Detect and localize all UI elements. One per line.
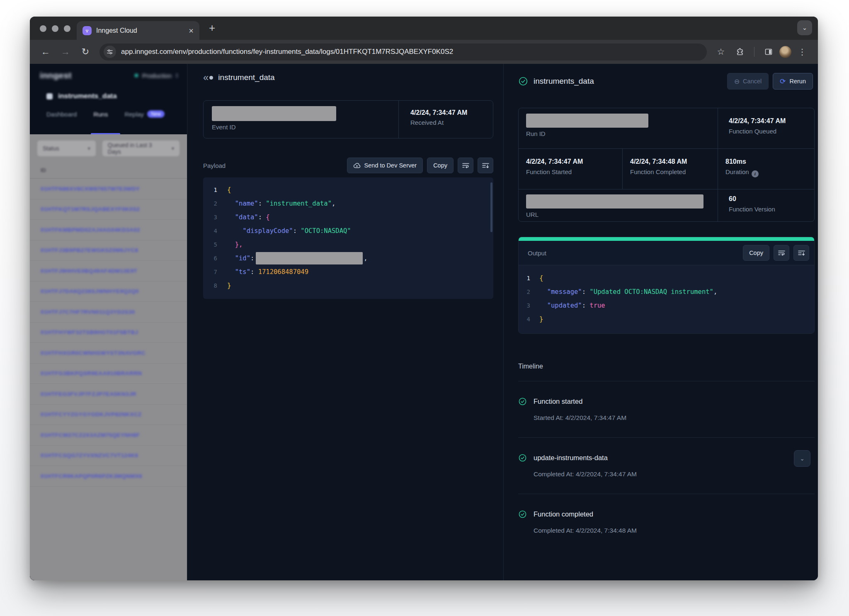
run-id-row[interactable]: 01HTFJ7C7HF7RVN011Q3YD2S30: [30, 302, 187, 323]
run-id-row[interactable]: 01HTFKMBPMD0ZAJ4AG04KD3A02: [30, 220, 187, 240]
run-id-link[interactable]: 01HTFCW27CZ2X3AZM75QEYNH8F: [41, 432, 140, 438]
event-icon: «: [203, 74, 213, 81]
extensions-icon[interactable]: [732, 44, 748, 60]
run-id-link[interactable]: 01HTFCR9KAPQP0R6PZK3MQNMX6: [41, 473, 142, 479]
output-panel: Output Copy 1{2 "message": "Updated OCTO…: [518, 237, 815, 334]
run-id-row[interactable]: 01HTFJ3B9PB27EWGK5Z0M6JYC8: [30, 240, 187, 261]
environment-selector[interactable]: Production ▴▾: [135, 72, 178, 79]
side-panel-icon[interactable]: [760, 44, 777, 60]
timeline-expand-button[interactable]: ⌄: [794, 450, 810, 467]
timeline-item-title: Function started: [534, 398, 582, 405]
inngest-app: inngest Production ▴▾ instruments_data D…: [30, 64, 818, 580]
run-id-row[interactable]: 01HTFCW27CZ2X3AZM75QEYNH8F: [30, 425, 187, 446]
completed-label: Function Completed: [630, 168, 718, 175]
word-wrap-button[interactable]: [774, 245, 789, 261]
cancel-button[interactable]: ⊖ Cancel: [727, 73, 769, 90]
run-id-row[interactable]: 01HTFHYWF32TSB9HGT01F5BTBJ: [30, 323, 187, 343]
bookmark-star-icon[interactable]: ☆: [713, 44, 729, 60]
run-id-link[interactable]: 01HTFCSQG7ZYVXNZVC7VT124K6: [41, 452, 138, 458]
expand-lines-icon: [798, 250, 805, 256]
run-id-row[interactable]: 01HTFEG3FVJP7FZJP7EA5KN3JR: [30, 384, 187, 405]
status-filter[interactable]: Status▾: [37, 141, 96, 156]
line-number: 4: [203, 228, 227, 234]
run-id-row[interactable]: 01HTFJ7DA6Q238SJWNHYE9Q2Q0: [30, 281, 187, 302]
run-id-link[interactable]: 01HTFJ3B9PB27EWGK5Z0M6JYC8: [41, 247, 138, 253]
run-id-row[interactable]: 01HTFHXGR0CWNHSWYST3NAVGRC: [30, 343, 187, 364]
run-id-row[interactable]: 01HTFJ9HHVE0BQ49AF4DM13E9T: [30, 261, 187, 281]
event-panel: « instrument_data Event ID 4/2/24, 7:34:…: [187, 64, 504, 580]
success-check-icon: [518, 510, 527, 519]
forward-button[interactable]: →: [57, 44, 74, 60]
run-id-row[interactable]: 01HTFCYYZGYGYGDKJVP82NKXCZ: [30, 405, 187, 425]
browser-tab[interactable]: Inngest Cloud ×: [77, 21, 199, 40]
run-id-link[interactable]: 01HTFJ7C7HF7RVN011Q3YD2S30: [41, 309, 135, 315]
duration-value: 810ms: [725, 158, 815, 165]
run-id-link[interactable]: 01HTFKMBPMD0ZAJ4AG04KD3A02: [41, 227, 140, 233]
tab-close-icon[interactable]: ×: [189, 27, 194, 35]
reload-button[interactable]: ↻: [77, 44, 94, 60]
run-id-link[interactable]: 01HTFHYWF32TSB9HGT01F5BTBJ: [41, 329, 138, 335]
maximize-window-button[interactable]: [64, 25, 70, 32]
run-id-redacted: [526, 114, 648, 128]
run-id-row[interactable]: 01HTFG3BKPQSR9EAA910BRARRN: [30, 364, 187, 384]
line-number: 5: [203, 241, 227, 248]
code-line: 3 "updated": true: [519, 298, 814, 312]
profile-avatar[interactable]: [779, 46, 791, 58]
line-number: 3: [203, 214, 227, 221]
run-id-link[interactable]: 01HTFCYYZGYGYGDKJVP82NKXCZ: [41, 411, 142, 417]
event-meta-card: Event ID 4/2/24, 7:34:47 AM Received At: [203, 100, 493, 138]
run-id-row[interactable]: 01HTFCR9KAPQP0R6PZK3MQNMX6: [30, 466, 187, 487]
run-id-link[interactable]: 01HTFJ9HHVE0BQ49AF4DM13E9T: [41, 268, 137, 274]
browser-menu-icon[interactable]: ⋮: [794, 44, 810, 60]
rerun-button[interactable]: ⟳ Rerun: [773, 73, 813, 90]
run-id-link[interactable]: 01HTFEG3FVJP7FZJP7EA5KN3JR: [41, 391, 136, 397]
version-value: 60: [729, 195, 815, 203]
close-window-button[interactable]: [40, 25, 46, 32]
run-id-row[interactable]: 01HTFCSQG7ZYVXNZVC7VT124K6: [30, 446, 187, 466]
run-id-row[interactable]: 01HTFKQT1M7RSJQABEXYF0K0S2: [30, 199, 187, 220]
info-icon[interactable]: i: [752, 170, 759, 177]
run-id-link[interactable]: 01HTFG3BKPQSR9EAA910BRARRN: [41, 370, 142, 376]
timeline-item: Function startedStarted At: 4/2/2024, 7:…: [518, 381, 815, 438]
sidebar-tab-dashboard[interactable]: Dashboard: [46, 110, 77, 118]
word-wrap-button[interactable]: [458, 158, 473, 173]
timeline-item-title: update-instruments-data: [534, 454, 608, 462]
new-tab-button[interactable]: +: [209, 22, 215, 33]
run-id-link[interactable]: 01HTFHXGR0CWNHSWYST3NAVGRC: [41, 350, 146, 356]
copy-output-button[interactable]: Copy: [743, 245, 769, 261]
code-scrollbar[interactable]: [490, 182, 492, 232]
line-number: 2: [203, 200, 227, 207]
tab-search-chevron-icon[interactable]: ⌄: [797, 20, 812, 35]
runs-list-region: Status▾ Queued in Last 3 Days▾ ID 01HTFN…: [30, 134, 187, 580]
expand-lines-button[interactable]: [478, 158, 493, 173]
run-id-link[interactable]: 01HTFN86XV8CXW87657W7E3WDY: [41, 186, 140, 192]
minimize-window-button[interactable]: [52, 25, 58, 32]
line-number: 3: [519, 302, 539, 309]
run-id-link[interactable]: 01HTFKQT1M7RSJQABEXYF0K0S2: [41, 206, 140, 212]
success-check-icon: [518, 397, 527, 406]
url-bar[interactable]: app.inngest.com/env/production/functions…: [99, 44, 707, 61]
site-info-icon[interactable]: [104, 46, 116, 58]
line-number: 1: [519, 275, 539, 281]
success-check-icon: [518, 454, 527, 462]
payload-title: Payload: [203, 162, 226, 169]
chevron-down-icon: ▾: [88, 146, 90, 151]
function-tabs: DashboardRunsReplayNew: [30, 100, 187, 118]
run-id-link[interactable]: 01HTFJ7DA6Q238SJWNHYE9Q2Q0: [41, 288, 139, 294]
code-line: 3 "data": {: [203, 210, 493, 224]
run-id-row[interactable]: 01HTFN86XV8CXW87657W7E3WDY: [30, 179, 187, 199]
duration-label: Durationi: [725, 168, 815, 177]
browser-tab-bar: Inngest Cloud × + ⌄: [30, 17, 818, 40]
copy-payload-button[interactable]: Copy: [427, 158, 454, 173]
url-text: app.inngest.com/env/production/functions…: [121, 48, 453, 56]
run-details-card: Run ID 4/2/24, 7:34:47 AM Function Queue…: [518, 108, 815, 222]
code-line: 8}: [203, 279, 493, 292]
line-number: 8: [203, 282, 227, 289]
line-number: 7: [203, 269, 227, 275]
sidebar-tab-runs[interactable]: Runs: [93, 110, 108, 118]
date-range-filter[interactable]: Queued in Last 3 Days▾: [102, 141, 180, 156]
expand-lines-button[interactable]: [793, 245, 809, 261]
send-to-dev-server-button[interactable]: Send to Dev Server: [347, 158, 423, 173]
back-button[interactable]: ←: [37, 44, 54, 60]
sidebar-tab-replay[interactable]: ReplayNew: [124, 110, 165, 118]
